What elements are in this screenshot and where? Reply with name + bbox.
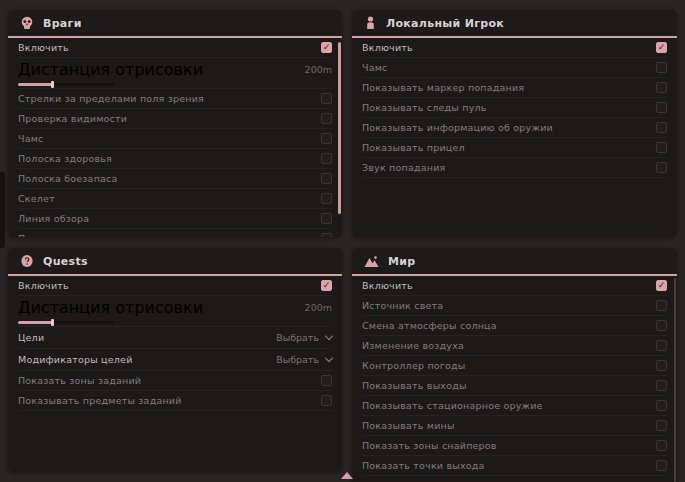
row-label: Показывать следы пуль <box>18 233 143 237</box>
settings-row: Стрелки за пределами поля зрения <box>18 89 332 109</box>
checkbox[interactable] <box>656 102 667 113</box>
checkmark-icon: ✓ <box>658 43 666 52</box>
settings-row: Показывать маркер попадания <box>362 78 667 98</box>
scrollbar-thumb[interactable] <box>674 278 676 482</box>
row-label: Показывать маркер попадания <box>362 82 524 93</box>
checkbox[interactable] <box>656 460 667 471</box>
slider-fill <box>18 83 53 86</box>
settings-row: Чамс <box>18 129 332 149</box>
row-label: Показывать прицел <box>362 142 465 153</box>
checkbox[interactable] <box>656 320 667 331</box>
panel-title: Враги <box>43 17 82 30</box>
panel-quests: Quests Включить✓Дистанция отрисовки200mЦ… <box>8 248 342 472</box>
dropdown[interactable]: Выбрать <box>276 332 332 343</box>
row-label: Показывать информацию об оружии <box>362 122 553 133</box>
checkbox[interactable] <box>656 340 667 351</box>
checkbox[interactable] <box>656 122 667 133</box>
checkbox[interactable]: ✓ <box>321 42 332 53</box>
settings-row: Проверка видимости <box>18 109 332 129</box>
settings-row: Полоска здоровья <box>18 149 332 169</box>
row-label: Включить <box>362 280 413 291</box>
checkbox[interactable]: ✓ <box>656 42 667 53</box>
settings-row-slider: Дистанция отрисовки200m <box>18 296 332 327</box>
slider-value: 200m <box>305 64 332 75</box>
slider[interactable] <box>18 83 114 86</box>
slider-handle[interactable] <box>51 81 54 88</box>
chevron-down-icon <box>325 354 333 362</box>
checkbox[interactable] <box>656 300 667 311</box>
settings-row: Скелет <box>18 189 332 209</box>
slider[interactable] <box>18 321 114 324</box>
settings-row: Включить✓ <box>362 38 667 58</box>
checkmark-icon: ✓ <box>323 281 331 290</box>
row-label: Показывать мины <box>362 420 455 431</box>
scrollbar-thumb[interactable] <box>338 42 341 214</box>
settings-row: Показывать следы пуль <box>362 98 667 118</box>
slider-fill <box>18 321 53 324</box>
settings-row: Показывать мины <box>362 416 667 436</box>
panel-world-header: Мир <box>352 248 677 276</box>
row-label: Полоска здоровья <box>18 153 112 164</box>
settings-row: Показать точки выхода <box>362 456 667 476</box>
checkbox[interactable] <box>321 153 332 164</box>
settings-row: Показывать выходы <box>362 376 667 396</box>
checkbox[interactable] <box>321 193 332 204</box>
row-label: Дистанция отрисовки <box>18 60 203 79</box>
checkbox[interactable] <box>656 142 667 153</box>
settings-row: Звук попадания <box>362 158 667 178</box>
slider-row-top: Дистанция отрисовки200m <box>18 60 332 79</box>
chevron-down-icon <box>325 332 333 340</box>
row-label: Показывать предметы заданий <box>18 395 182 406</box>
skull-icon <box>20 16 34 30</box>
checkbox[interactable] <box>321 113 332 124</box>
settings-row: Чамс <box>362 58 667 78</box>
settings-row: Показывать следы пуль <box>18 229 332 237</box>
settings-row: Показывать предметы заданий <box>18 391 332 411</box>
row-label: Показать зоны снайперов <box>362 440 497 451</box>
settings-row: Показывать информацию об оружии <box>362 118 667 138</box>
checkmark-icon: ✓ <box>658 281 666 290</box>
row-label: Модификаторы целей <box>18 354 133 365</box>
checkmark-icon: ✓ <box>323 43 331 52</box>
slider-handle[interactable] <box>51 319 54 326</box>
row-label: Включить <box>18 280 69 291</box>
checkbox[interactable] <box>321 375 332 386</box>
checkbox[interactable]: ✓ <box>656 280 667 291</box>
checkbox[interactable] <box>656 360 667 371</box>
checkbox[interactable]: ✓ <box>321 280 332 291</box>
panel-title: Мир <box>388 255 415 268</box>
checkbox[interactable] <box>656 400 667 411</box>
checkbox[interactable] <box>321 395 332 406</box>
checkbox[interactable] <box>656 440 667 451</box>
player-icon <box>364 16 377 30</box>
checkbox[interactable] <box>656 82 667 93</box>
row-label: Дистанция отрисовки <box>18 298 203 317</box>
dropdown-value: Выбрать <box>276 332 319 343</box>
checkbox[interactable] <box>656 162 667 173</box>
settings-row: ЦелиВыбрать <box>18 327 332 349</box>
checkbox[interactable] <box>656 420 667 431</box>
row-label: Проверка видимости <box>18 113 127 124</box>
settings-row: Показать зоны снайперов <box>362 436 667 456</box>
panel-rows: Включить✓Дистанция отрисовки200mСтрелки … <box>8 38 342 237</box>
checkbox[interactable] <box>656 380 667 391</box>
checkbox[interactable] <box>321 133 332 144</box>
checkbox[interactable] <box>321 213 332 224</box>
scroll-indicator-triangle[interactable] <box>341 472 353 479</box>
row-label: Включить <box>362 42 413 53</box>
checkbox[interactable] <box>321 233 332 237</box>
row-label: Чамс <box>18 133 44 144</box>
checkbox[interactable] <box>321 93 332 104</box>
row-label: Скелет <box>18 193 55 204</box>
row-label: Показывать стационарное оружие <box>362 400 543 411</box>
settings-row: Показывать стационарное оружие <box>362 396 667 416</box>
panel-world: Мир Включить✓Источник светаСмена атмосфе… <box>352 248 677 482</box>
checkbox[interactable] <box>321 173 332 184</box>
checkbox[interactable] <box>656 62 667 73</box>
settings-row: Источник света <box>362 296 667 316</box>
row-label: Звук попадания <box>362 162 445 173</box>
row-label: Линия обзора <box>18 213 89 224</box>
dropdown[interactable]: Выбрать <box>276 354 332 365</box>
row-label: Изменение воздуха <box>362 340 464 351</box>
panel-local-player: Локальный Игрок Включить✓ЧамсПоказывать … <box>352 10 677 237</box>
